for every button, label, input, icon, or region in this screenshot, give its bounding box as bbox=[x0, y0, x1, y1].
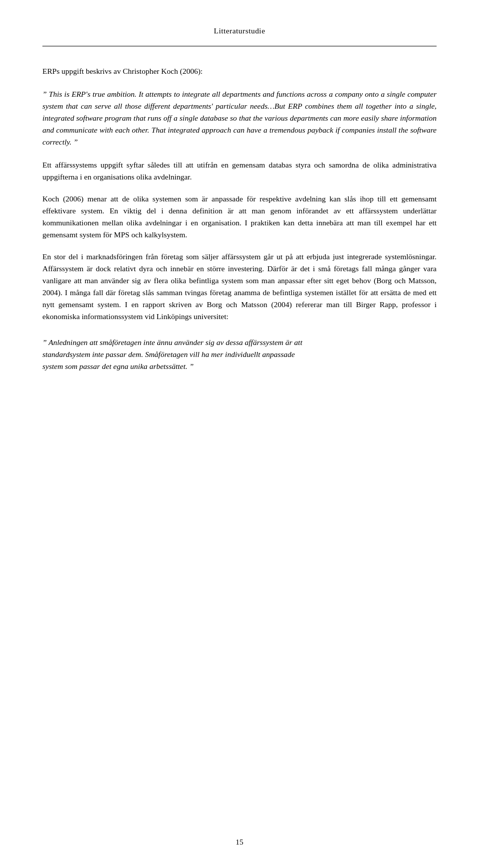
intro-block: ERPs uppgift beskrivs av Christopher Koc… bbox=[42, 65, 437, 77]
intro-text: ERPs uppgift beskrivs av Christopher Koc… bbox=[42, 65, 437, 77]
quote2-block: ” Anledningen att småföretagen inte ännu… bbox=[42, 337, 437, 372]
page-header: Litteraturstudie bbox=[42, 25, 437, 46]
paragraph3-block: En stor del i marknadsföringen från före… bbox=[42, 251, 437, 323]
quote1-block: ” This is ERP's true ambition. It attemp… bbox=[42, 88, 437, 148]
paragraph1-block: Ett affärssystems uppgift syftar således… bbox=[42, 159, 437, 183]
quote2-line3: system som passar det egna unika arbetss… bbox=[42, 360, 437, 372]
page: Litteraturstudie ERPs uppgift beskrivs a… bbox=[0, 0, 479, 868]
page-title: Litteraturstudie bbox=[214, 26, 265, 35]
paragraph2-block: Koch (2006) menar att de olika systemen … bbox=[42, 193, 437, 241]
page-footer: 15 bbox=[0, 836, 479, 848]
paragraph2-text: Koch (2006) menar att de olika systemen … bbox=[42, 193, 437, 241]
page-number: 15 bbox=[236, 838, 243, 846]
quote2-line2: standardsystem inte passar dem. Småföret… bbox=[42, 348, 437, 360]
quote2-line1: ” Anledningen att småföretagen inte ännu… bbox=[42, 337, 437, 348]
paragraph3-text: En stor del i marknadsföringen från före… bbox=[42, 251, 437, 323]
quote1-text: ” This is ERP's true ambition. It attemp… bbox=[42, 88, 437, 148]
paragraph1-text: Ett affärssystems uppgift syftar således… bbox=[42, 159, 437, 183]
